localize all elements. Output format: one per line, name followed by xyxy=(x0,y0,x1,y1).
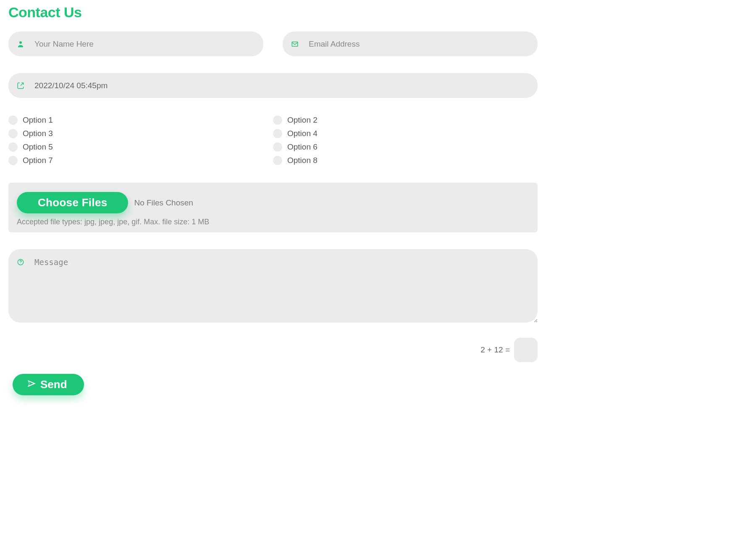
arrow-into-box-icon xyxy=(17,82,24,89)
checkbox-circle[interactable] xyxy=(273,142,282,152)
message-field-wrap xyxy=(8,249,538,324)
checkbox-item[interactable]: Option 4 xyxy=(273,128,538,139)
checkbox-circle[interactable] xyxy=(8,129,18,138)
checkbox-item[interactable]: Option 7 xyxy=(8,155,273,166)
checkbox-circle[interactable] xyxy=(273,156,282,165)
checkbox-label: Option 1 xyxy=(23,116,53,125)
envelope-icon xyxy=(291,40,299,48)
user-icon xyxy=(17,40,24,48)
send-button[interactable]: Send xyxy=(13,374,84,395)
checkbox-label: Option 5 xyxy=(23,142,53,152)
checkbox-item[interactable]: Option 5 xyxy=(8,142,273,152)
checkbox-group: Option 1Option 2Option 3Option 4Option 5… xyxy=(8,115,538,166)
svg-point-3 xyxy=(20,263,21,264)
svg-point-0 xyxy=(19,41,22,44)
checkbox-item[interactable]: Option 6 xyxy=(273,142,538,152)
checkbox-circle[interactable] xyxy=(8,116,18,125)
email-input[interactable] xyxy=(283,32,538,56)
datetime-field-wrap xyxy=(8,73,538,98)
file-status-text: No Files Chosen xyxy=(134,198,193,208)
captcha-question: 2 + 12 = xyxy=(480,345,510,355)
checkbox-label: Option 8 xyxy=(287,156,318,165)
checkbox-item[interactable]: Option 3 xyxy=(8,128,273,139)
checkbox-label: Option 2 xyxy=(287,116,318,125)
name-input[interactable] xyxy=(8,32,263,56)
send-button-label: Send xyxy=(40,378,67,391)
checkbox-label: Option 6 xyxy=(287,142,318,152)
captcha-input[interactable] xyxy=(514,338,538,362)
checkbox-label: Option 7 xyxy=(23,156,53,165)
captcha-row: 2 + 12 = xyxy=(8,338,538,362)
page-title: Contact Us xyxy=(8,4,538,21)
checkbox-label: Option 4 xyxy=(287,129,318,138)
checkbox-label: Option 3 xyxy=(23,129,53,138)
email-field-wrap xyxy=(283,32,538,56)
checkbox-circle[interactable] xyxy=(8,142,18,152)
checkbox-circle[interactable] xyxy=(273,129,282,138)
checkbox-item[interactable]: Option 1 xyxy=(8,115,273,126)
message-textarea[interactable] xyxy=(8,249,538,323)
checkbox-circle[interactable] xyxy=(8,156,18,165)
choose-files-button[interactable]: Choose Files xyxy=(17,192,128,213)
paper-plane-icon xyxy=(27,378,36,391)
question-circle-icon xyxy=(17,258,24,266)
file-hint-text: Accepted file types: jpg, jpeg, jpe, gif… xyxy=(17,218,529,226)
checkbox-item[interactable]: Option 2 xyxy=(273,115,538,126)
file-upload-block: Choose Files No Files Chosen Accepted fi… xyxy=(8,183,538,232)
datetime-input[interactable] xyxy=(8,73,538,98)
name-field-wrap xyxy=(8,32,263,56)
checkbox-circle[interactable] xyxy=(273,116,282,125)
checkbox-item[interactable]: Option 8 xyxy=(273,155,538,166)
